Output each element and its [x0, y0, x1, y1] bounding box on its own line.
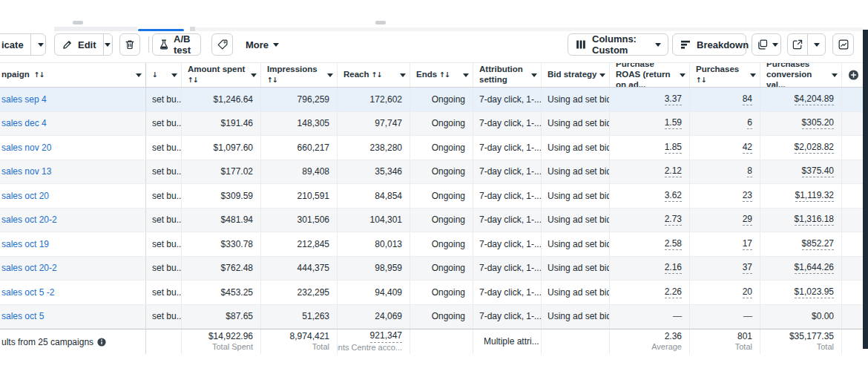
table-row[interactable]: sales oct 20-2set bu...$762.48444,37598,… — [0, 257, 863, 281]
metric-value[interactable]: 20 — [743, 286, 752, 298]
table-row[interactable]: sales oct 5set bu...$87.6551,26324,069On… — [0, 305, 863, 330]
column-header-budget[interactable]: ↓ — [146, 63, 182, 87]
metric-value[interactable]: 6 — [747, 117, 752, 129]
columns-button[interactable]: Columns: Custom — [568, 33, 668, 56]
metric-value[interactable]: 29 — [743, 214, 752, 226]
sort-arrows-icon[interactable]: ↓ — [152, 71, 157, 79]
metric-value[interactable]: 1.59 — [665, 117, 682, 129]
metric-value[interactable]: 42 — [743, 142, 752, 154]
metric-value[interactable]: 2.58 — [665, 238, 682, 250]
metric-value[interactable]: 3.37 — [665, 94, 682, 105]
caret-down-icon[interactable] — [400, 73, 406, 77]
campaign-name-link[interactable]: sales sep 4 — [1, 94, 47, 105]
metric-value[interactable]: 2.73 — [665, 214, 682, 226]
caret-down-icon[interactable] — [599, 73, 605, 77]
tag-button[interactable] — [211, 33, 233, 56]
totals-empty — [542, 330, 610, 354]
cell-spent: $762.48 — [182, 257, 261, 281]
table-row[interactable]: sales oct 20set bu...$309.59210,59184,85… — [0, 184, 863, 209]
totals-sublabel: Total Spent — [212, 342, 253, 352]
sort-arrows-icon[interactable]: ↑↓ — [372, 71, 382, 79]
table-row[interactable]: sales oct 20-2set bu...$481.94301,506104… — [0, 209, 863, 233]
column-header-name[interactable]: npaign ↑↓ — [0, 63, 146, 87]
sort-arrows-icon[interactable]: ↑↓ — [188, 76, 198, 84]
metric-value[interactable]: $1,023.95 — [795, 286, 834, 298]
edit-dropdown[interactable] — [103, 34, 112, 55]
column-header-impressions[interactable]: Impressions ↑↓ — [261, 63, 338, 87]
column-header-reach[interactable]: Reach ↑↓ — [338, 63, 410, 87]
metric-value[interactable]: $1,316.18 — [795, 214, 834, 226]
sort-arrows-icon[interactable]: ↑↓ — [439, 71, 450, 79]
metric-value[interactable]: 1.85 — [665, 142, 682, 154]
info-icon[interactable] — [97, 338, 106, 347]
column-header-attribution[interactable]: Attribution setting — [473, 63, 542, 87]
metric-value[interactable]: $852.27 — [802, 238, 834, 250]
campaign-name-link[interactable]: sales oct 5 — [1, 311, 44, 321]
metric-value[interactable]: 2.16 — [665, 262, 682, 274]
column-header-bid[interactable]: Bid strategy — [542, 63, 610, 87]
caret-down-icon[interactable] — [171, 73, 177, 77]
cell-roas: 2.26 — [610, 281, 690, 304]
table-row[interactable]: sales nov 20set bu...$1,097.60660,217238… — [0, 136, 863, 160]
edit-button[interactable]: Edit — [54, 33, 113, 56]
side-panel-edge[interactable] — [863, 30, 868, 349]
metric-value[interactable]: 84 — [743, 94, 752, 105]
metric-value[interactable]: $2,028.82 — [795, 142, 834, 154]
more-button[interactable]: More — [239, 33, 277, 56]
metric-value[interactable]: 17 — [743, 238, 752, 250]
reports-button[interactable] — [752, 33, 781, 56]
campaign-name-link[interactable]: sales oct 20-2 — [1, 263, 57, 273]
duplicate-dropdown[interactable] — [30, 34, 50, 55]
duplicate-label[interactable]: icate — [0, 34, 30, 55]
caret-down-icon[interactable] — [136, 73, 142, 77]
metric-value[interactable]: 2.26 — [665, 286, 682, 298]
table-row[interactable]: sales nov 13set bu...$177.0289,40835,346… — [0, 160, 863, 185]
metric-value[interactable]: $375.40 — [802, 166, 834, 177]
table-row[interactable]: sales oct 19set bu...$330.78212,84580,01… — [0, 232, 863, 257]
delete-button[interactable] — [119, 33, 140, 56]
charts-button[interactable] — [832, 33, 854, 56]
caret-down-icon[interactable] — [750, 73, 756, 77]
duplicate-button[interactable]: icate — [0, 33, 46, 56]
metric-value[interactable]: 3.62 — [665, 190, 682, 202]
metric-value[interactable]: 23 — [743, 190, 752, 202]
campaign-name-link[interactable]: sales oct 19 — [1, 239, 49, 249]
column-header-roas[interactable]: Purchase ROAS (return on ad... — [610, 63, 690, 87]
caret-down-icon[interactable] — [251, 73, 257, 77]
cell-text: Ongoing — [432, 263, 465, 273]
caret-down-icon[interactable] — [531, 73, 537, 77]
table-row[interactable]: sales oct 5 -2set bu...$453.25232,29594,… — [0, 281, 863, 305]
campaign-name-link[interactable]: sales oct 20-2 — [1, 214, 57, 225]
metric-value[interactable]: 37 — [743, 262, 752, 274]
caret-down-icon[interactable] — [463, 73, 469, 77]
sort-arrows-icon[interactable]: ↑↓ — [696, 76, 706, 84]
caret-down-icon[interactable] — [832, 73, 838, 77]
metric-value[interactable]: $1,644.26 — [795, 262, 834, 274]
campaign-name-link[interactable]: sales nov 20 — [1, 142, 51, 153]
campaign-name-link[interactable]: sales oct 5 -2 — [1, 287, 54, 298]
metric-value[interactable]: $1,119.32 — [795, 190, 835, 202]
breakdown-button[interactable]: Breakdown — [672, 33, 746, 56]
metric-value[interactable]: $305.20 — [802, 117, 834, 129]
campaign-name-link[interactable]: sales oct 20 — [1, 191, 49, 201]
campaign-name-link[interactable]: sales nov 13 — [1, 166, 51, 177]
metric-value[interactable]: $4,204.89 — [795, 94, 834, 105]
caret-down-icon[interactable] — [327, 73, 333, 77]
sort-arrows-icon[interactable]: ↑↓ — [34, 71, 45, 79]
export-dropdown[interactable] — [807, 34, 825, 55]
export-button[interactable] — [787, 33, 826, 56]
totals-value[interactable]: 921,347 — [370, 330, 402, 343]
ab-test-button[interactable]: A/B test — [152, 33, 201, 56]
metric-value[interactable]: 8 — [747, 166, 752, 177]
campaign-name-link[interactable]: sales dec 4 — [1, 118, 47, 128]
column-header-spent[interactable]: Amount spent ↑↓ — [182, 63, 261, 87]
table-row[interactable]: sales dec 4set bu...$191.46148,30597,747… — [0, 112, 863, 137]
add-column-button[interactable] — [842, 63, 863, 87]
sort-arrows-icon[interactable]: ↑↓ — [267, 76, 277, 84]
metric-value[interactable]: 2.12 — [665, 166, 682, 177]
table-row[interactable]: sales sep 4set bu...$1,246.64796,259172,… — [0, 88, 863, 112]
caret-down-icon[interactable] — [680, 73, 685, 77]
column-header-ends[interactable]: Ends ↑↓ — [410, 63, 473, 87]
column-header-conv[interactable]: Purchases conversion val... — [760, 63, 842, 87]
column-header-purchases[interactable]: Purchases ↑↓ — [690, 63, 760, 87]
